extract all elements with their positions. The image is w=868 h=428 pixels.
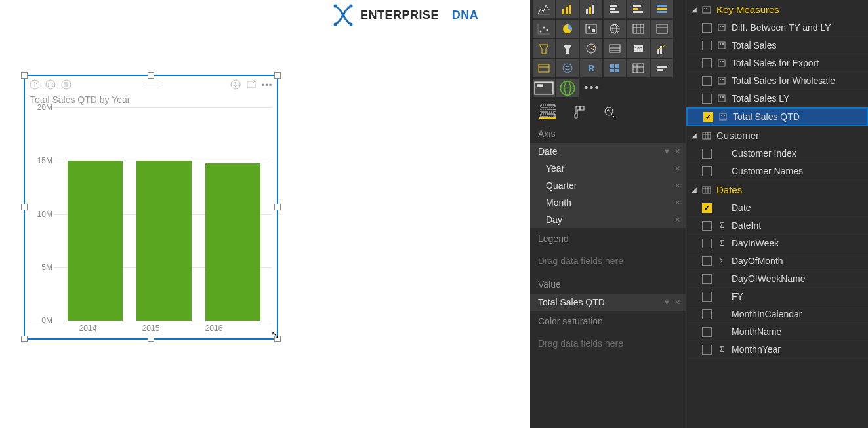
remove-icon[interactable]: ✕: [674, 147, 680, 156]
viz-type-icon[interactable]: [533, 39, 555, 58]
field-row[interactable]: Customer Index: [686, 145, 868, 163]
viz-type-icon[interactable]: 123: [627, 39, 650, 58]
drag-grip-icon[interactable]: [142, 83, 159, 87]
field-row[interactable]: MonthInCalendar: [686, 305, 868, 323]
bar[interactable]: [205, 163, 260, 321]
field-row[interactable]: Total Sales QTD: [686, 107, 868, 126]
field-checkbox[interactable]: [702, 327, 712, 337]
viz-type-icon[interactable]: [580, 20, 602, 38]
export-icon[interactable]: [230, 79, 241, 90]
field-row[interactable]: ΣDayOfMonth: [686, 252, 868, 270]
expand-next-icon[interactable]: [60, 79, 72, 90]
field-name: MonthnYear: [732, 344, 781, 355]
viz-type-icon[interactable]: [651, 20, 673, 38]
color-placeholder[interactable]: Drag data fields here: [530, 330, 686, 357]
field-checkbox[interactable]: [702, 292, 712, 302]
viz-type-icon[interactable]: [627, 20, 650, 38]
field-row[interactable]: Date: [686, 199, 868, 217]
field-row[interactable]: FY: [686, 288, 868, 305]
more-options-icon[interactable]: •••: [261, 79, 273, 90]
viz-type-icon[interactable]: [604, 39, 626, 58]
value-well[interactable]: Total Sales QTD▼✕: [530, 294, 686, 311]
field-row[interactable]: Total Sales LY: [686, 90, 868, 107]
field-row[interactable]: ΣMonthnYear: [686, 341, 868, 359]
viz-type-globe-icon[interactable]: [556, 79, 579, 97]
resize-handle[interactable]: [21, 204, 28, 210]
field-checkbox[interactable]: [702, 221, 712, 231]
analytics-tab-icon[interactable]: [602, 105, 619, 119]
viz-type-icon[interactable]: [651, 39, 673, 58]
chart-visual[interactable]: ••• Total Sales QTD by Year 20M 15M 10M …: [24, 75, 278, 340]
format-tab-icon[interactable]: [571, 105, 588, 119]
field-row[interactable]: Total Sales: [686, 37, 868, 54]
field-checkbox[interactable]: [703, 112, 713, 122]
bar[interactable]: [136, 161, 192, 321]
svg-rect-14: [589, 7, 591, 14]
viz-type-icon[interactable]: [533, 59, 555, 77]
resize-handle[interactable]: [148, 336, 154, 342]
table-header[interactable]: ◢Dates: [686, 180, 868, 199]
viz-type-icon[interactable]: [533, 20, 555, 38]
viz-type-icon[interactable]: [533, 79, 555, 97]
axis-well[interactable]: Date▼✕ Year✕ Quarter✕ Month✕ Day✕: [530, 143, 686, 228]
viz-type-icon[interactable]: [580, 39, 602, 58]
viz-type-icon[interactable]: [556, 59, 579, 77]
viz-more-icon[interactable]: •••: [580, 81, 604, 95]
table-header[interactable]: ◢Key Measures: [686, 0, 868, 19]
resize-handle[interactable]: [274, 204, 281, 210]
remove-icon[interactable]: ✕: [674, 199, 680, 207]
field-checkbox[interactable]: [702, 94, 712, 104]
fields-tab-icon[interactable]: [539, 105, 556, 119]
field-row[interactable]: Customer Names: [686, 163, 868, 180]
field-row[interactable]: DayOfWeekName: [686, 270, 868, 288]
viz-type-icon[interactable]: [580, 0, 602, 18]
viz-type-icon[interactable]: [627, 0, 650, 18]
drill-down-icon[interactable]: [45, 79, 56, 90]
viz-type-icon[interactable]: [556, 0, 579, 18]
resize-handle[interactable]: [21, 72, 28, 79]
drill-up-icon[interactable]: [29, 79, 41, 90]
field-checkbox[interactable]: [702, 23, 712, 33]
viz-type-icon[interactable]: R: [580, 59, 602, 77]
field-checkbox[interactable]: [702, 256, 712, 266]
table-header[interactable]: ◢Customer: [686, 126, 868, 145]
resize-handle[interactable]: [21, 336, 28, 342]
remove-icon[interactable]: ✕: [674, 182, 680, 190]
field-checkbox[interactable]: [702, 203, 712, 213]
field-checkbox[interactable]: [702, 239, 712, 248]
svg-point-1: [350, 5, 353, 8]
field-checkbox[interactable]: [702, 309, 712, 319]
field-row[interactable]: Total Sales for Export: [686, 54, 868, 72]
viz-type-icon[interactable]: [627, 59, 650, 77]
field-row[interactable]: MonthName: [686, 323, 868, 341]
remove-icon[interactable]: ✕: [674, 216, 680, 224]
viz-type-icon[interactable]: [604, 0, 626, 18]
field-checkbox[interactable]: [702, 345, 712, 355]
chevron-down-icon[interactable]: ▼: [663, 147, 671, 155]
field-checkbox[interactable]: [702, 149, 712, 159]
chevron-down-icon[interactable]: ▼: [663, 298, 671, 306]
field-row[interactable]: ΣDateInt: [686, 217, 868, 235]
legend-placeholder[interactable]: Drag data fields here: [530, 248, 686, 274]
field-checkbox[interactable]: [702, 41, 712, 50]
focus-mode-icon[interactable]: [245, 79, 257, 90]
viz-type-icon[interactable]: [651, 0, 673, 18]
viz-type-icon[interactable]: [604, 20, 626, 38]
remove-icon[interactable]: ✕: [674, 298, 680, 307]
viz-type-icon[interactable]: [556, 39, 579, 58]
viz-type-icon[interactable]: [556, 20, 579, 38]
remove-icon[interactable]: ✕: [674, 165, 680, 173]
viz-type-icon[interactable]: [604, 59, 626, 77]
bar[interactable]: [68, 161, 123, 321]
viz-type-icon[interactable]: [533, 0, 555, 18]
resize-handle[interactable]: [148, 72, 154, 79]
field-checkbox[interactable]: [702, 166, 712, 176]
field-checkbox[interactable]: [702, 76, 712, 86]
field-row[interactable]: Diff. Between TY and LY: [686, 19, 868, 37]
field-checkbox[interactable]: [702, 58, 712, 68]
resize-handle[interactable]: [274, 72, 281, 79]
field-row[interactable]: Total Sales for Wholesale: [686, 72, 868, 90]
viz-type-icon[interactable]: [651, 59, 673, 77]
field-row[interactable]: ΣDayInWeek: [686, 235, 868, 252]
field-checkbox[interactable]: [702, 274, 712, 284]
